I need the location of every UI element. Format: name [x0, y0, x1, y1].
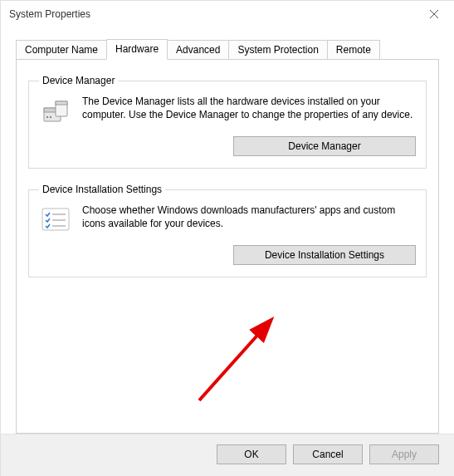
tab-computer-name[interactable]: Computer Name — [16, 40, 107, 59]
device-installation-settings-button[interactable]: Device Installation Settings — [233, 245, 416, 265]
svg-rect-5 — [56, 101, 67, 105]
window-title: System Properties — [9, 8, 90, 20]
device-manager-group: Device Manager The Device Manager lists … — [28, 75, 427, 169]
annotation-arrow-icon — [191, 309, 299, 409]
device-installation-group: Device Installation Settings Choose whet… — [28, 184, 427, 277]
close-icon — [430, 10, 438, 18]
ok-button[interactable]: OK — [217, 444, 286, 464]
device-installation-legend: Device Installation Settings — [39, 184, 165, 195]
titlebar: System Properties — [1, 1, 454, 27]
tab-strip: Computer Name Hardware Advanced System P… — [1, 39, 454, 59]
svg-point-7 — [50, 116, 51, 118]
close-button[interactable] — [417, 2, 451, 26]
dialog-button-bar: OK Cancel Apply — [1, 434, 454, 476]
device-manager-legend: Device Manager — [39, 75, 118, 86]
hardware-panel: Device Manager The Device Manager lists … — [16, 59, 439, 434]
cancel-button[interactable]: Cancel — [293, 444, 363, 464]
hardware-icon — [39, 95, 72, 128]
tab-advanced[interactable]: Advanced — [167, 40, 229, 59]
tab-remote[interactable]: Remote — [327, 40, 380, 59]
system-properties-window: System Properties Computer Name Hardware… — [0, 0, 454, 476]
device-installation-description: Choose whether Windows downloads manufac… — [82, 204, 416, 230]
checklist-icon — [39, 204, 72, 237]
svg-point-6 — [46, 116, 48, 118]
svg-line-13 — [199, 321, 270, 400]
tab-system-protection[interactable]: System Protection — [228, 40, 327, 59]
device-manager-description: The Device Manager lists all the hardwar… — [82, 95, 416, 121]
device-manager-button[interactable]: Device Manager — [233, 136, 416, 156]
tab-hardware[interactable]: Hardware — [106, 39, 168, 60]
apply-button[interactable]: Apply — [369, 444, 439, 464]
